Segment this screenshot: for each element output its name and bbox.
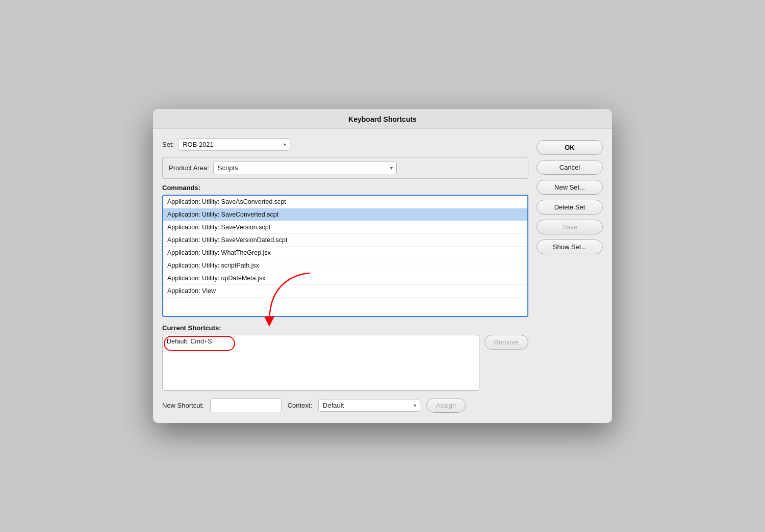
set-row: Set: ROB 2021 ▾ (162, 138, 528, 151)
dialog-title: Keyboard Shortcuts (153, 109, 612, 129)
context-label: Context: (288, 402, 312, 409)
product-area-select-wrapper: Scripts ▾ (213, 162, 397, 174)
new-shortcut-input[interactable] (210, 398, 282, 412)
remove-button[interactable]: Remove (484, 335, 528, 350)
command-item[interactable]: Application: View (163, 285, 527, 298)
shortcut-item[interactable]: Default: Cmd+S (163, 335, 479, 348)
main-panel: Set: ROB 2021 ▾ Product Area: Scripts ▾ (162, 138, 528, 413)
new-shortcut-section: New Shortcut: Context: Default ▾ Assign (162, 398, 528, 413)
command-item[interactable]: Application: Utility: WhatTheGrep.jsx (163, 247, 527, 259)
commands-list[interactable]: Application: Utility: SaveAsConverted.sc… (162, 195, 528, 317)
command-item[interactable]: Application: Utility: SaveAsConverted.sc… (163, 196, 527, 208)
keyboard-shortcuts-dialog: Keyboard Shortcuts Set: ROB 2021 ▾ Produ… (153, 109, 612, 423)
cancel-button[interactable]: Cancel (537, 160, 603, 175)
set-select-wrapper: ROB 2021 ▾ (178, 138, 290, 151)
current-shortcuts-label: Current Shortcuts: (162, 324, 528, 332)
command-item[interactable]: Application: Utility: upDateMeta.jsx (163, 272, 527, 285)
shortcuts-list[interactable]: Default: Cmd+S (162, 335, 479, 391)
command-item[interactable]: Application: Utility: SaveVersion.scpt (163, 221, 527, 234)
new-shortcut-label: New Shortcut: (162, 402, 204, 409)
product-area-label: Product Area: (169, 164, 209, 172)
product-area-select[interactable]: Scripts (213, 162, 397, 174)
new-set-button[interactable]: New Set... (537, 180, 603, 195)
command-item[interactable]: Application: Utility: SaveConverted.scpt (163, 208, 527, 221)
command-item[interactable]: Application: Utility: scriptPath.jsx (163, 259, 527, 272)
ok-button[interactable]: OK (537, 140, 603, 155)
commands-section: Commands: Application: Utility: SaveAsCo… (162, 184, 528, 317)
save-button[interactable]: Save (537, 220, 603, 234)
context-select-wrapper: Default ▾ (318, 399, 420, 412)
delete-set-button[interactable]: Delete Set (537, 200, 603, 215)
set-label: Set: (162, 141, 174, 148)
command-item[interactable]: Application: Utility: SaveVersionDated.s… (163, 234, 527, 247)
commands-label: Commands: (162, 184, 528, 192)
product-area-row: Product Area: Scripts ▾ (162, 157, 528, 179)
shortcuts-area: Default: Cmd+S Remove (162, 335, 528, 391)
side-panel: OK Cancel New Set... Delete Set Save Sho… (537, 138, 603, 413)
context-select[interactable]: Default (318, 399, 420, 412)
assign-button[interactable]: Assign (426, 398, 466, 413)
current-shortcuts-section: Current Shortcuts: Default: Cmd+S (162, 324, 528, 391)
show-set-button[interactable]: Show Set... (537, 240, 603, 254)
set-select[interactable]: ROB 2021 (178, 138, 290, 151)
